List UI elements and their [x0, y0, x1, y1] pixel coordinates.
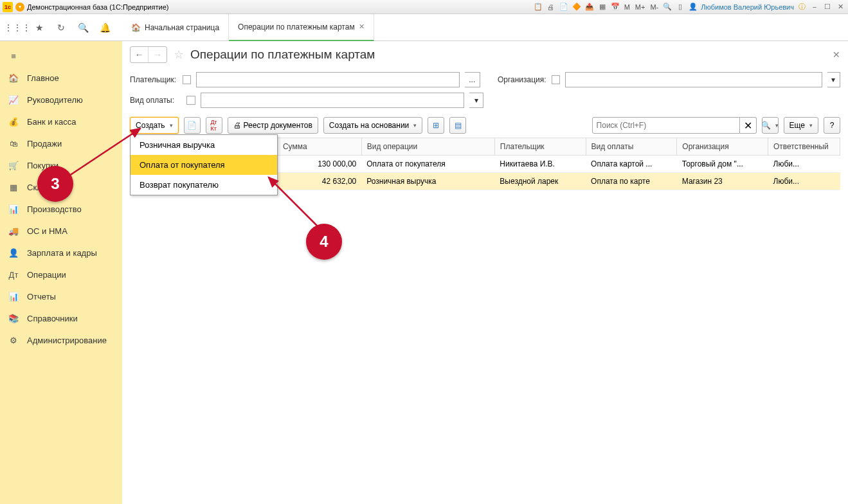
history-icon[interactable]: ↻: [53, 20, 69, 35]
help-button[interactable]: ?: [824, 117, 840, 134]
more-button[interactable]: Еще: [784, 117, 818, 134]
search-run-button[interactable]: 🔍: [762, 117, 779, 134]
sidebar-item-11[interactable]: 📊Отчеты: [0, 285, 122, 307]
tab-operations[interactable]: Операции по платежным картам ✕: [229, 14, 374, 41]
close-icon[interactable]: ✕: [835, 2, 845, 12]
sidebar-item-8[interactable]: 🚚ОС и НМА: [0, 220, 122, 242]
col-header[interactable]: Вид оплаты: [586, 138, 677, 156]
sidebar-item-1[interactable]: 🏠Главное: [0, 67, 122, 89]
star-icon[interactable]: ★: [32, 20, 47, 35]
dt-kt-button[interactable]: ДтКт: [206, 117, 222, 134]
filter-org-input[interactable]: [565, 72, 822, 87]
sidebar-item-13[interactable]: ⚙Администрирование: [0, 329, 122, 351]
toolbar-icon[interactable]: 📋: [533, 2, 543, 12]
cell: Торговый дом "...: [677, 156, 768, 173]
sidebar-icon: 🏠: [8, 73, 19, 83]
grid-icon[interactable]: ▦: [597, 2, 608, 12]
col-header[interactable]: Вид операции: [361, 138, 494, 156]
col-header[interactable]: Плательщик: [494, 138, 586, 156]
sidebar-label: Справочники: [27, 314, 78, 323]
tab-close-icon[interactable]: ✕: [359, 22, 365, 31]
filter-org-dropdown[interactable]: ▾: [827, 72, 840, 87]
user-name[interactable]: Любимов Валерий Юрьевич: [701, 3, 794, 11]
home-icon: 🏠: [131, 23, 141, 32]
list-button[interactable]: ▤: [449, 117, 466, 134]
bell-icon[interactable]: 🔔: [97, 20, 113, 35]
app-dropdown[interactable]: ▾: [15, 3, 24, 12]
user-icon: 👤: [688, 2, 698, 12]
print-small-icon: 🖨: [233, 121, 241, 130]
cell: Люби...: [768, 156, 840, 173]
m-label[interactable]: M: [623, 3, 631, 11]
cell: Никитаева И.В.: [494, 156, 586, 173]
sidebar-icon: 🚚: [8, 226, 19, 236]
nav-buttons: ← →: [130, 46, 167, 63]
sidebar-icon: 📈: [8, 95, 19, 105]
create-based-label: Создать на основании: [329, 121, 410, 130]
apps-icon[interactable]: ⋮⋮⋮: [10, 20, 25, 35]
filter-org-checkbox[interactable]: [552, 75, 560, 84]
sidebar-item-10[interactable]: ДтОперации: [0, 264, 122, 285]
hierarchy-button[interactable]: ⊞: [428, 117, 444, 134]
doc-icon[interactable]: 📄: [559, 2, 569, 12]
registry-button[interactable]: 🖨 Реестр документов: [228, 117, 318, 134]
sidebar-item-12[interactable]: 📚Справочники: [0, 307, 122, 329]
col-header[interactable]: Ответственный: [768, 138, 840, 156]
print-icon[interactable]: 🖨: [546, 2, 556, 12]
dd-retail-revenue[interactable]: Розничная выручка: [131, 135, 277, 155]
annotation-3: 3: [37, 166, 73, 202]
sidebar-icon: ⚙: [8, 336, 19, 345]
m-plus-label[interactable]: M+: [634, 3, 647, 11]
zoom-icon[interactable]: 🔍: [662, 2, 672, 12]
favorite-icon[interactable]: ☆: [174, 48, 184, 62]
sidebar-label: Продажи: [27, 139, 62, 148]
sidebar-label: Руководителю: [27, 95, 83, 105]
sidebar-item-2[interactable]: 📈Руководителю: [0, 89, 122, 111]
back-button[interactable]: ←: [131, 47, 149, 62]
tab-home[interactable]: 🏠 Начальная страница: [122, 14, 229, 41]
col-header[interactable]: Сумма: [277, 138, 361, 156]
maximize-icon[interactable]: ☐: [822, 2, 833, 12]
dd-return-to-buyer[interactable]: Возврат покупателю: [131, 175, 277, 195]
col-header[interactable]: Организация: [677, 138, 768, 156]
m-minus-label[interactable]: M-: [649, 3, 660, 11]
cell: Оплата картой ...: [586, 156, 677, 173]
filter-payer-input[interactable]: [196, 72, 460, 87]
sidebar-label: Производство: [27, 204, 82, 214]
sidebar-icon: 💰: [8, 117, 19, 127]
top-nav: ⋮⋮⋮ ★ ↻ 🔍 🔔 🏠 Начальная страница Операци…: [0, 14, 848, 41]
calendar-icon[interactable]: 📅: [610, 2, 620, 12]
search-clear-icon[interactable]: ✕: [740, 117, 757, 134]
filter-payer-lookup[interactable]: ...: [465, 72, 480, 87]
sidebar-icon: 🛍: [8, 139, 19, 148]
info-icon[interactable]: ⓘ: [797, 2, 807, 12]
sidebar-item-7[interactable]: 📊Производство: [0, 198, 122, 220]
forward-button[interactable]: →: [149, 47, 167, 62]
export-icon[interactable]: 📤: [584, 2, 595, 12]
filter-paytype-input[interactable]: [201, 93, 464, 108]
sidebar-icon: 📊: [8, 292, 19, 302]
filter-payer-checkbox[interactable]: [183, 75, 191, 84]
sidebar-item-9[interactable]: 👤Зарплата и кадры: [0, 242, 122, 264]
sidebar-label: Главное: [27, 73, 59, 83]
copy-button[interactable]: 📄: [184, 117, 201, 134]
compare-icon[interactable]: 🔶: [572, 2, 582, 12]
search-icon[interactable]: 🔍: [75, 20, 91, 35]
sidebar-label: Операции: [27, 270, 66, 280]
panel-icon[interactable]: ▯: [675, 2, 685, 12]
sidebar-icon: 📚: [8, 314, 19, 323]
registry-label: Реестр документов: [244, 121, 312, 130]
search-input[interactable]: [592, 117, 740, 134]
filter-paytype-dropdown[interactable]: ▾: [469, 93, 483, 108]
filter-paytype-checkbox[interactable]: [186, 96, 195, 105]
minimize-icon[interactable]: −: [809, 2, 820, 12]
create-based-button[interactable]: Создать на основании: [323, 117, 423, 134]
main-content: ← → ☆ Операции по платежным картам ✕ Пла…: [122, 41, 848, 504]
cell: 130 000,00: [277, 156, 361, 173]
filter-org-label: Организация:: [498, 75, 546, 84]
page-title: Операции по платежным картам: [190, 48, 375, 62]
tab-home-label: Начальная страница: [145, 23, 219, 32]
page-close-icon[interactable]: ✕: [833, 50, 840, 60]
dd-payment-from-buyer[interactable]: Оплата от покупателя: [131, 155, 277, 175]
sidebar-item-0[interactable]: ≡: [0, 45, 122, 67]
